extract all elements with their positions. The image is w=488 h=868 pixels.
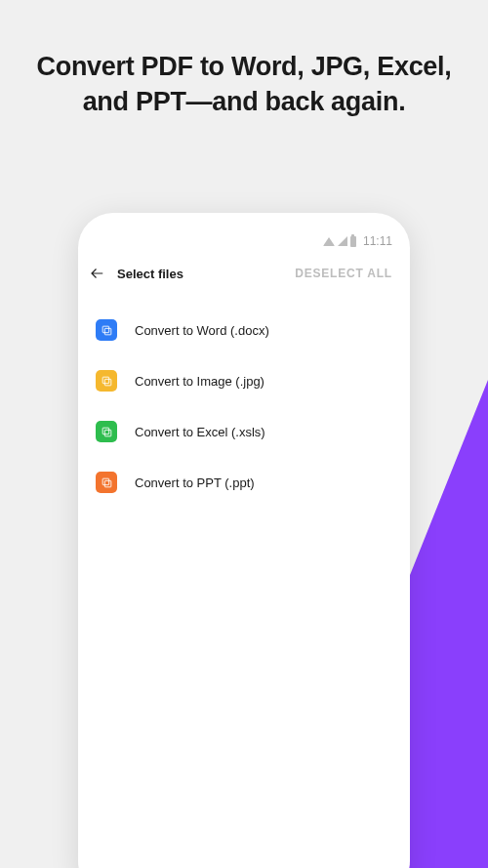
svg-rect-1	[104, 328, 111, 335]
slide-icon	[96, 472, 117, 493]
option-convert-ppt[interactable]: Convert to PPT (.ppt)	[96, 457, 392, 508]
option-label: Convert to Excel (.xsls)	[135, 425, 265, 439]
status-bar: 11:11	[78, 228, 410, 252]
battery-icon	[350, 236, 356, 247]
doc-icon	[96, 319, 117, 341]
option-label: Convert to Word (.docx)	[135, 323, 269, 338]
page-title: Select files	[117, 267, 183, 281]
status-icons	[323, 236, 356, 247]
marketing-headline: Convert PDF to Word, JPG, Excel, and PPT…	[0, 0, 488, 149]
option-label: Convert to Image (.jpg)	[135, 374, 264, 389]
deselect-all-button[interactable]: DESELECT ALL	[295, 267, 392, 280]
option-convert-excel[interactable]: Convert to Excel (.xsls)	[96, 406, 392, 457]
option-convert-word[interactable]: Convert to Word (.docx)	[96, 305, 392, 355]
image-icon	[96, 370, 117, 392]
svg-rect-3	[104, 379, 111, 386]
back-button[interactable]	[88, 264, 107, 283]
svg-rect-2	[102, 377, 109, 384]
signal-icon	[338, 236, 347, 246]
arrow-left-icon	[89, 265, 106, 282]
option-convert-image[interactable]: Convert to Image (.jpg)	[96, 355, 392, 406]
app-header: Select files DESELECT ALL	[78, 252, 410, 295]
svg-rect-5	[104, 430, 111, 436]
convert-options-list: Convert to Word (.docx) Convert to Image…	[78, 295, 410, 517]
option-label: Convert to PPT (.ppt)	[135, 475, 255, 490]
wifi-icon	[323, 237, 335, 246]
svg-rect-4	[102, 428, 109, 434]
svg-rect-6	[102, 478, 109, 485]
svg-rect-7	[104, 480, 111, 487]
clock: 11:11	[363, 234, 392, 248]
phone-frame: 11:11 Select files DESELECT ALL Convert …	[78, 213, 410, 868]
svg-rect-0	[102, 326, 109, 333]
sheet-icon	[96, 421, 117, 442]
